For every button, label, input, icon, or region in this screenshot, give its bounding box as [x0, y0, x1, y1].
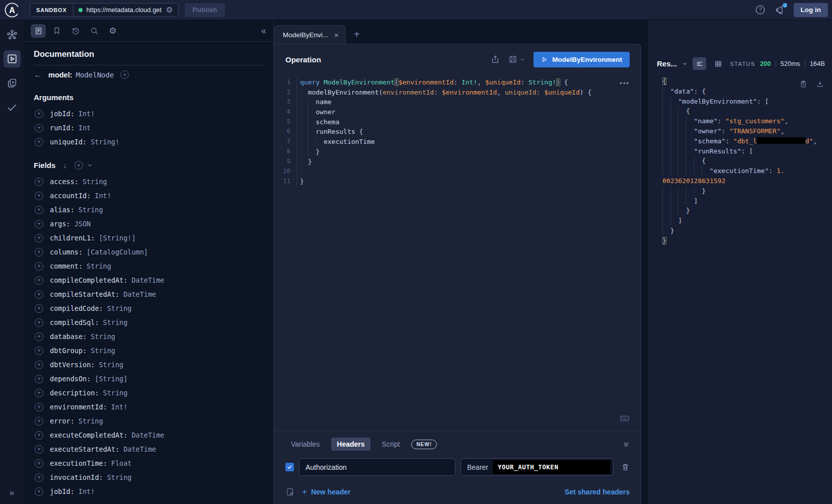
field-row[interactable]: +dbtVersion:String — [35, 358, 263, 372]
field-row[interactable]: +compiledCode:String — [35, 301, 263, 315]
save-operation-group[interactable] — [508, 55, 525, 64]
field-row[interactable]: +jobId:Int! — [35, 484, 263, 498]
field-row[interactable]: +args:JSON — [35, 217, 263, 231]
add-field-icon[interactable]: + — [35, 304, 43, 313]
argument-row[interactable]: +jobId:Int! — [35, 107, 263, 121]
field-row[interactable]: +description:String — [35, 386, 263, 400]
response-dropdown-chevron[interactable] — [682, 61, 688, 66]
add-field-icon[interactable]: + — [35, 375, 43, 383]
field-row[interactable]: +database:String — [35, 329, 263, 344]
history-button[interactable] — [68, 24, 83, 38]
add-all-fields-button[interactable]: + — [74, 161, 83, 170]
search-button[interactable] — [87, 24, 102, 38]
field-row[interactable]: +dependsOn:[String] — [35, 372, 263, 386]
raw-view-button[interactable] — [693, 57, 706, 70]
field-row[interactable]: +compileStartedAt:DateTime — [35, 287, 263, 301]
add-field-icon[interactable]: + — [35, 206, 43, 214]
add-field-icon[interactable]: + — [35, 417, 43, 426]
close-tab-icon[interactable]: × — [334, 31, 339, 39]
field-row[interactable]: +compiledSql:String — [35, 315, 263, 329]
argument-row[interactable]: +uniqueId:String! — [35, 135, 263, 149]
add-argument-icon[interactable]: + — [35, 138, 43, 146]
header-enabled-checkbox[interactable] — [285, 463, 294, 471]
add-argument-icon[interactable]: + — [35, 110, 43, 118]
argument-row[interactable]: +runId:Int — [35, 121, 263, 135]
field-row[interactable]: +executeStartedAt:DateTime — [35, 442, 263, 456]
collapse-docs-button[interactable]: « — [261, 26, 266, 36]
add-field-icon[interactable]: + — [35, 234, 43, 242]
field-row[interactable]: +executeCompletedAt:DateTime — [35, 428, 263, 442]
add-field-icon[interactable]: + — [35, 473, 43, 482]
table-view-button[interactable] — [711, 57, 725, 70]
field-row[interactable]: +dbtGroup:String — [35, 344, 263, 358]
publish-button[interactable]: Publish — [185, 3, 225, 17]
add-field-icon[interactable]: + — [35, 192, 43, 200]
endpoint-url[interactable]: https://metadata.cloud.get — [87, 6, 162, 14]
download-response-button[interactable] — [816, 80, 824, 88]
add-field-icon[interactable]: + — [35, 276, 43, 285]
settings-button[interactable]: ⚙ — [105, 24, 120, 38]
add-field-icon[interactable]: + — [35, 347, 43, 355]
footer-tab-script[interactable]: Script — [376, 438, 406, 451]
expand-rail-button[interactable]: » — [10, 488, 14, 498]
operation-editor[interactable]: 1query ModelByEnvironment($environmentId… — [274, 74, 641, 431]
add-type-button[interactable]: + — [120, 70, 129, 79]
add-field-icon[interactable]: + — [35, 487, 43, 496]
field-row[interactable]: +executionTime:Float — [35, 456, 263, 470]
add-field-icon[interactable]: + — [35, 318, 43, 327]
footer-tab-variables[interactable]: Variables — [285, 438, 325, 451]
fields-chevron-down-icon[interactable] — [87, 162, 93, 168]
add-field-icon[interactable]: + — [35, 431, 43, 440]
field-row[interactable]: +environmentId:Int! — [35, 400, 263, 414]
copy-response-button[interactable] — [799, 80, 807, 88]
field-row[interactable]: +error:String — [35, 414, 263, 428]
add-field-icon[interactable]: + — [35, 445, 43, 454]
saved-operations-button[interactable] — [49, 24, 64, 38]
explorer-nav-item[interactable] — [4, 50, 21, 67]
add-field-icon[interactable]: + — [35, 459, 43, 468]
field-row[interactable]: +invocationId:String — [35, 470, 263, 484]
keyboard-shortcuts-icon[interactable] — [620, 413, 630, 424]
add-field-icon[interactable]: + — [35, 403, 43, 411]
header-value-input[interactable]: Bearer YOUR_AUTH_TOKEN — [461, 458, 614, 476]
collections-nav-item[interactable] — [4, 74, 21, 92]
field-row[interactable]: +access:String — [35, 175, 263, 189]
field-row[interactable]: +alias:String — [35, 203, 263, 217]
delete-header-button[interactable] — [621, 463, 630, 471]
auth-token-chip[interactable]: YOUR_AUTH_TOKEN — [493, 460, 611, 474]
field-row[interactable]: +accountId:Int! — [35, 189, 263, 203]
add-argument-icon[interactable]: + — [35, 124, 43, 132]
field-row[interactable]: +compileCompletedAt:DateTime — [35, 273, 263, 287]
documentation-tab-button[interactable] — [31, 24, 46, 38]
add-field-icon[interactable]: + — [35, 361, 43, 369]
operation-tab[interactable]: ModelByEnvi... × — [274, 25, 346, 44]
collapse-footer-button[interactable] — [623, 441, 630, 448]
sort-fields-icon[interactable]: ↓ — [63, 161, 67, 170]
footer-tab-headers[interactable]: Headers — [331, 438, 370, 451]
field-row[interactable]: +columns:[CatalogColumn] — [35, 245, 263, 259]
run-operation-button[interactable]: ModelByEnvironment — [534, 52, 630, 67]
field-row[interactable]: +childrenL1:[String!] — [35, 231, 263, 245]
announcements-icon[interactable] — [775, 5, 786, 16]
endpoint-url-field[interactable]: https://metadata.cloud.get ⚙ — [73, 4, 178, 16]
headers-script-icon[interactable] — [285, 487, 294, 496]
header-key-input[interactable]: Authorization — [299, 458, 456, 476]
share-operation-button[interactable] — [491, 55, 500, 64]
back-arrow-icon[interactable]: ← — [34, 70, 42, 79]
add-field-icon[interactable]: + — [35, 262, 43, 271]
field-row[interactable]: +comment:String — [35, 259, 263, 273]
add-field-icon[interactable]: + — [35, 248, 43, 257]
new-tab-button[interactable]: + — [346, 25, 368, 44]
checks-nav-item[interactable] — [4, 99, 21, 116]
editor-more-menu[interactable]: ••• — [620, 79, 630, 87]
add-field-icon[interactable]: + — [35, 389, 43, 397]
apollo-logo[interactable]: A — [0, 0, 24, 20]
add-field-icon[interactable]: + — [35, 290, 43, 299]
new-header-button[interactable]: + New header — [302, 487, 351, 497]
login-button[interactable]: Log in — [794, 3, 828, 17]
add-field-icon[interactable]: + — [35, 220, 43, 228]
set-shared-headers-link[interactable]: Set shared headers — [565, 488, 630, 496]
help-icon[interactable]: ? — [755, 5, 766, 15]
add-field-icon[interactable]: + — [35, 178, 43, 186]
schema-nav-item[interactable] — [4, 26, 21, 43]
